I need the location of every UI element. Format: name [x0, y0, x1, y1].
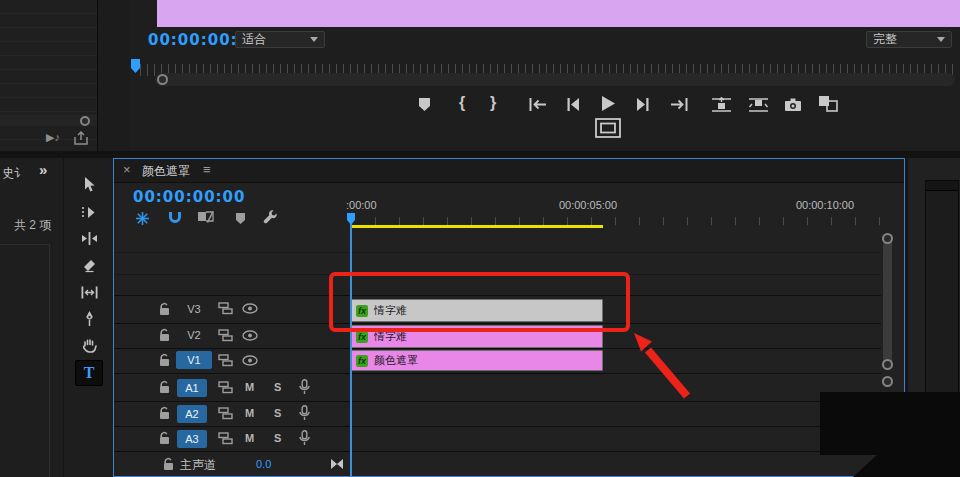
lift-button[interactable]	[709, 93, 733, 115]
safe-margins-button[interactable]	[595, 118, 621, 138]
go-to-in-button[interactable]	[527, 93, 549, 115]
quality-dropdown[interactable]: 完整	[866, 31, 952, 48]
lock-icon[interactable]	[158, 302, 171, 316]
step-back-button[interactable]	[562, 93, 584, 115]
track-label-v2[interactable]: V2	[176, 326, 212, 344]
mute-button[interactable]: M	[245, 381, 254, 393]
timeline-marker-icon[interactable]	[234, 211, 247, 225]
mute-button[interactable]: M	[245, 407, 254, 419]
mute-button[interactable]: M	[245, 432, 254, 444]
mic-icon[interactable]	[298, 405, 311, 421]
solo-button[interactable]: S	[274, 381, 281, 393]
right-panel-box	[925, 180, 959, 461]
item-count-label: 共 2 项	[14, 217, 51, 234]
bowtie-keyframe-icon[interactable]	[330, 458, 344, 470]
track-guideline	[114, 252, 881, 253]
sync-lock-icon[interactable]	[218, 302, 233, 315]
lock-icon[interactable]	[158, 431, 171, 445]
track-label-a3[interactable]: A3	[177, 430, 207, 448]
workarea-bar[interactable]	[351, 225, 603, 228]
solo-button[interactable]: S	[274, 432, 281, 444]
track-header-a1[interactable]: A1 M S	[114, 373, 881, 401]
vscroll-knob-top[interactable]	[882, 233, 893, 244]
chevron-down-icon	[937, 37, 945, 46]
panel-expand-chevrons[interactable]: »	[39, 161, 47, 178]
snap-magnet-icon[interactable]	[166, 210, 183, 226]
fit-dropdown[interactable]: 适合	[235, 31, 325, 48]
hand-tool[interactable]	[78, 335, 100, 355]
mark-out-button[interactable]: }	[482, 92, 504, 114]
comparison-view-button[interactable]	[815, 92, 841, 114]
playhead-icon[interactable]	[346, 212, 356, 226]
add-marker-button[interactable]	[413, 93, 435, 115]
lock-icon[interactable]	[162, 457, 175, 471]
program-zoombar[interactable]	[155, 73, 955, 86]
panel-menu-icon[interactable]: ≡	[203, 162, 211, 177]
vscroll-knob-bottom[interactable]	[882, 359, 893, 370]
eye-icon[interactable]	[242, 355, 258, 366]
sync-lock-icon[interactable]	[218, 329, 233, 342]
ruler-label-start: :00:00	[346, 199, 377, 211]
play-audio-icon[interactable]: ▶♪	[46, 131, 60, 144]
mark-in-button[interactable]: {	[451, 92, 473, 114]
selection-tool[interactable]	[78, 174, 100, 194]
solo-button[interactable]: S	[274, 407, 281, 419]
track-label-v3[interactable]: V3	[176, 300, 212, 318]
linked-selection-icon[interactable]	[196, 209, 214, 225]
timeline-timecode[interactable]: 00:00:00:00	[133, 188, 246, 206]
play-button[interactable]	[597, 92, 619, 114]
program-zoombar-knob[interactable]	[157, 74, 168, 85]
fx-badge-icon: fx	[356, 355, 368, 367]
mic-icon[interactable]	[298, 379, 311, 395]
sync-lock-icon[interactable]	[218, 354, 233, 367]
chevron-down-icon	[310, 37, 318, 46]
extract-button[interactable]	[746, 93, 770, 115]
close-icon[interactable]: ×	[123, 162, 131, 177]
track-label-v1[interactable]: V1	[176, 351, 212, 369]
history-tab[interactable]: 史讠	[2, 165, 26, 182]
master-track-header[interactable]: 主声道 0.0	[114, 451, 881, 477]
playhead-line[interactable]	[350, 213, 352, 476]
fit-dropdown-value: 适合	[242, 31, 266, 48]
type-tool[interactable]: T	[75, 360, 103, 386]
clip-v1[interactable]: fx 颜色遮罩	[351, 350, 603, 371]
top-section: ▶♪ 00:00:00:00 适合 完整 { }	[0, 0, 960, 151]
ruler-label-mid: 00:00:05:00	[548, 199, 628, 211]
slip-tool[interactable]	[77, 282, 101, 302]
track-label-a2[interactable]: A2	[177, 405, 207, 423]
export-icon[interactable]	[74, 131, 88, 145]
eye-icon[interactable]	[242, 303, 258, 314]
program-matte-preview	[157, 0, 960, 27]
razor-tool[interactable]	[78, 255, 100, 275]
step-forward-button[interactable]	[632, 93, 654, 115]
sync-lock-icon[interactable]	[218, 407, 233, 420]
nest-insert-icon[interactable]	[134, 210, 151, 226]
track-header-a3[interactable]: A3 M S	[114, 426, 881, 451]
subpanel-divider	[0, 244, 49, 245]
timeline-settings-wrench-icon[interactable]	[262, 209, 279, 226]
sync-lock-icon[interactable]	[218, 432, 233, 445]
quality-dropdown-value: 完整	[873, 31, 897, 48]
pen-tool[interactable]	[78, 308, 100, 328]
lock-icon[interactable]	[158, 380, 171, 394]
export-frame-button[interactable]	[781, 93, 805, 115]
sync-lock-icon[interactable]	[218, 381, 233, 394]
timeline-tab-label[interactable]: 颜色遮罩	[142, 163, 190, 180]
vscroll-knob-extra[interactable]	[882, 376, 893, 387]
ripple-edit-tool[interactable]	[78, 228, 100, 248]
track-select-tool[interactable]	[78, 202, 100, 222]
go-to-out-button[interactable]	[668, 93, 690, 115]
timeline-vscrollbar-thumb[interactable]	[883, 239, 892, 365]
master-gain-value[interactable]: 0.0	[256, 458, 271, 470]
mic-icon[interactable]	[298, 430, 311, 446]
lock-icon[interactable]	[158, 406, 171, 420]
eye-icon[interactable]	[242, 330, 258, 341]
timeline-ruler[interactable]	[351, 217, 883, 225]
track-label-a1[interactable]: A1	[177, 379, 207, 397]
track-header-a2[interactable]: A2 M S	[114, 401, 881, 426]
lock-icon[interactable]	[158, 328, 171, 342]
panel-divider	[0, 151, 960, 158]
program-playhead-icon[interactable]	[130, 58, 141, 76]
lock-icon[interactable]	[158, 353, 171, 367]
source-hscrollbar-knob[interactable]	[80, 116, 90, 126]
